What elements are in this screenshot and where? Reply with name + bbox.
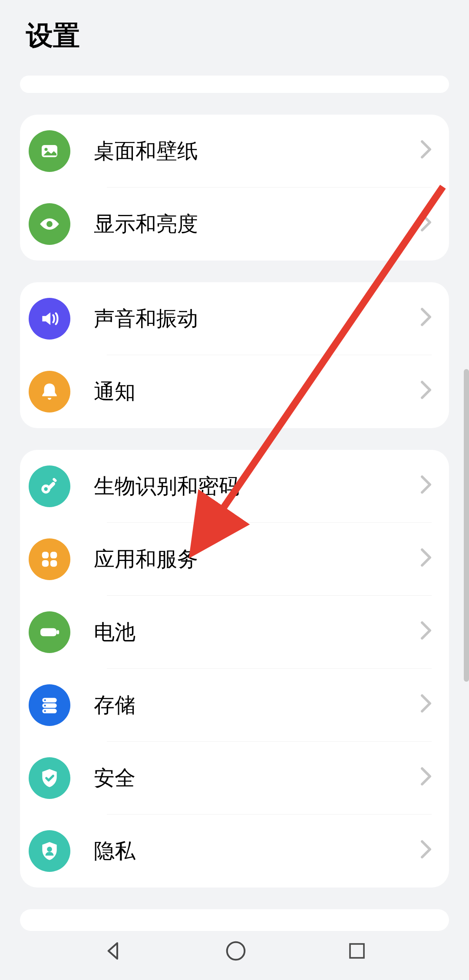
- shield-user-icon: [29, 830, 70, 872]
- photo-icon: [29, 130, 70, 172]
- row-label: 显示和亮度: [94, 210, 420, 238]
- key-icon: [29, 465, 70, 507]
- eye-icon: [29, 203, 70, 245]
- row-display-brightness[interactable]: 显示和亮度: [20, 188, 449, 261]
- grid-icon: [29, 538, 70, 580]
- page-title: 设置: [26, 17, 443, 54]
- svg-point-4: [44, 487, 48, 491]
- row-security[interactable]: 安全: [20, 742, 449, 815]
- chevron-right-icon: [420, 380, 432, 403]
- settings-group-sound: 声音和振动 通知: [20, 282, 449, 428]
- card-partial-top: [20, 76, 449, 93]
- svg-rect-23: [350, 944, 364, 958]
- row-label: 隐私: [94, 837, 420, 865]
- shield-check-icon: [29, 757, 70, 799]
- svg-rect-12: [56, 630, 59, 634]
- storage-icon: [29, 684, 70, 726]
- chevron-right-icon: [420, 475, 432, 498]
- svg-point-2: [46, 221, 53, 227]
- row-privacy[interactable]: 隐私: [20, 815, 449, 888]
- row-label: 应用和服务: [94, 545, 420, 573]
- row-battery[interactable]: 电池: [20, 596, 449, 669]
- svg-point-18: [44, 710, 46, 712]
- row-apps-services[interactable]: 应用和服务: [20, 523, 449, 596]
- row-label: 通知: [94, 378, 420, 406]
- nav-home-icon[interactable]: [224, 939, 248, 964]
- row-label: 生物识别和密码: [94, 472, 420, 500]
- svg-point-16: [44, 699, 46, 701]
- chevron-right-icon: [420, 840, 432, 862]
- scrollbar[interactable]: [464, 369, 469, 682]
- chevron-right-icon: [420, 548, 432, 571]
- chevron-right-icon: [420, 767, 432, 789]
- svg-point-1: [44, 148, 47, 151]
- row-label: 存储: [94, 691, 420, 719]
- svg-rect-11: [40, 628, 56, 637]
- row-notifications[interactable]: 通知: [20, 355, 449, 428]
- svg-rect-8: [50, 552, 57, 558]
- row-label: 安全: [94, 764, 420, 792]
- chevron-right-icon: [420, 140, 432, 162]
- chevron-right-icon: [420, 694, 432, 716]
- row-label: 声音和振动: [94, 305, 420, 333]
- svg-rect-10: [50, 560, 57, 567]
- settings-group-display: 桌面和壁纸 显示和亮度: [20, 115, 449, 261]
- svg-rect-9: [42, 560, 49, 567]
- svg-point-17: [44, 705, 46, 706]
- svg-point-22: [227, 942, 245, 960]
- svg-point-19: [47, 847, 52, 852]
- chevron-right-icon: [420, 307, 432, 330]
- nav-back-icon[interactable]: [102, 939, 125, 964]
- row-label: 电池: [94, 618, 420, 646]
- row-label: 桌面和壁纸: [94, 137, 420, 165]
- svg-rect-6: [52, 478, 57, 483]
- nav-recent-icon[interactable]: [347, 940, 367, 963]
- svg-rect-7: [42, 552, 49, 558]
- system-nav-bar: [0, 924, 469, 980]
- bell-icon: [29, 371, 70, 412]
- header: 设置: [0, 0, 469, 76]
- speaker-icon: [29, 298, 70, 340]
- row-storage[interactable]: 存储: [20, 669, 449, 742]
- row-sound-vibration[interactable]: 声音和振动: [20, 282, 449, 355]
- settings-content: 桌面和壁纸 显示和亮度 声音和振动: [0, 76, 469, 931]
- settings-group-system: 生物识别和密码 应用和服务 电池: [20, 450, 449, 888]
- battery-icon: [29, 611, 70, 653]
- row-biometrics-password[interactable]: 生物识别和密码: [20, 450, 449, 523]
- chevron-right-icon: [420, 213, 432, 235]
- row-home-wallpaper[interactable]: 桌面和壁纸: [20, 115, 449, 188]
- chevron-right-icon: [420, 621, 432, 643]
